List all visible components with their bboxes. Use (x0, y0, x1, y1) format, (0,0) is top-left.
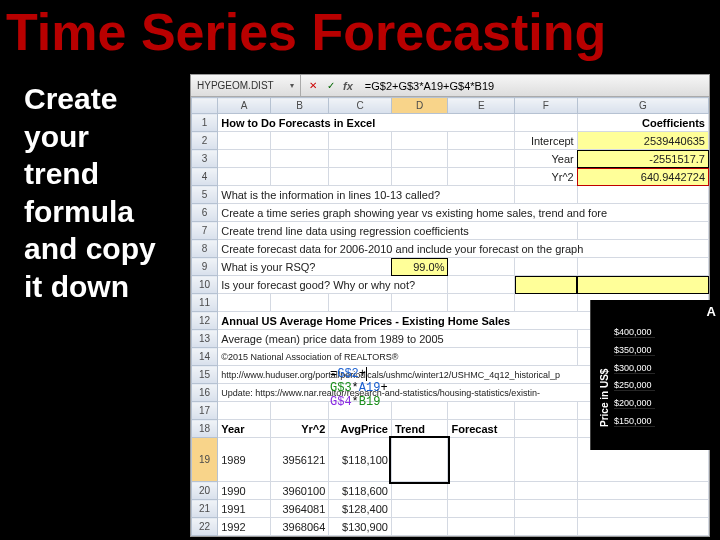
cell[interactable] (448, 402, 515, 420)
cell[interactable]: Trend (391, 420, 448, 438)
cell[interactable]: 1991 (218, 500, 271, 518)
cell[interactable] (448, 438, 515, 482)
table-row[interactable]: 2019903960100$118,600 (192, 482, 709, 500)
cell[interactable]: What is the information in lines 10-13 c… (218, 186, 515, 204)
row-header[interactable]: 16 (192, 384, 218, 402)
cell[interactable] (329, 168, 392, 186)
cell[interactable] (270, 402, 329, 420)
row-header[interactable]: 14 (192, 348, 218, 366)
cell[interactable] (218, 132, 271, 150)
cell[interactable] (577, 518, 708, 536)
cell[interactable] (218, 402, 271, 420)
cell[interactable]: 2539440635 (577, 132, 708, 150)
cell[interactable] (218, 168, 271, 186)
cell[interactable]: 3956121 (270, 438, 329, 482)
cell[interactable] (391, 500, 448, 518)
table-row[interactable]: 10Is your forecast good? Why or why not? (192, 276, 709, 294)
column-headers[interactable]: A B C D E F G (192, 98, 709, 114)
cell[interactable]: Is your forecast good? Why or why not? (218, 276, 448, 294)
cell[interactable]: Forecast (448, 420, 515, 438)
row-header[interactable]: 6 (192, 204, 218, 222)
cell[interactable]: $130,900 (329, 518, 392, 536)
cell[interactable] (448, 132, 515, 150)
cell[interactable] (448, 168, 515, 186)
cancel-icon[interactable]: ✕ (307, 80, 319, 92)
chevron-down-icon[interactable]: ▾ (290, 81, 294, 90)
row-header[interactable]: 19 (192, 438, 218, 482)
row-header[interactable]: 4 (192, 168, 218, 186)
row-header[interactable]: 15 (192, 366, 218, 384)
row-header[interactable]: 21 (192, 500, 218, 518)
cell[interactable]: 1989 (218, 438, 271, 482)
cell[interactable] (329, 132, 392, 150)
enter-icon[interactable]: ✓ (325, 80, 337, 92)
cell[interactable]: 640.9442724 (577, 168, 708, 186)
cell[interactable]: Create forecast data for 2006-2010 and i… (218, 240, 709, 258)
table-row[interactable]: 2119913964081$128,400 (192, 500, 709, 518)
cell[interactable] (515, 482, 578, 500)
cell[interactable] (577, 482, 708, 500)
cell[interactable]: 1990 (218, 482, 271, 500)
cell[interactable] (577, 258, 708, 276)
table-row[interactable]: 7Create trend line data using regression… (192, 222, 709, 240)
fx-icon[interactable]: fx (343, 80, 353, 92)
cell[interactable] (515, 420, 578, 438)
cell[interactable]: Yr^2 (515, 168, 578, 186)
table-row[interactable]: 2Intercept2539440635 (192, 132, 709, 150)
cell[interactable]: Create a time series graph showing year … (218, 204, 709, 222)
cell[interactable] (515, 276, 578, 294)
row-header[interactable]: 2 (192, 132, 218, 150)
cell[interactable] (448, 150, 515, 168)
row-header[interactable]: 11 (192, 294, 218, 312)
cell[interactable]: Create trend line data using regression … (218, 222, 577, 240)
cell[interactable] (515, 258, 578, 276)
cell[interactable] (391, 518, 448, 536)
row-header[interactable]: 20 (192, 482, 218, 500)
cell[interactable]: -2551517.7 (577, 150, 708, 168)
table-row[interactable]: 4Yr^2640.9442724 (192, 168, 709, 186)
row-header[interactable]: 8 (192, 240, 218, 258)
row-header[interactable]: 7 (192, 222, 218, 240)
cell[interactable] (391, 132, 448, 150)
cell[interactable] (270, 168, 329, 186)
cell[interactable] (270, 132, 329, 150)
cell[interactable] (515, 114, 578, 132)
table-row[interactable]: 8Create forecast data for 2006-2010 and … (192, 240, 709, 258)
cell[interactable] (448, 500, 515, 518)
cell[interactable]: $118,100 (329, 438, 392, 482)
cell[interactable] (515, 438, 578, 482)
cell[interactable] (515, 500, 578, 518)
row-header[interactable]: 10 (192, 276, 218, 294)
cell[interactable] (391, 402, 448, 420)
cell[interactable]: How to Do Forecasts in Excel (218, 114, 515, 132)
row-header[interactable]: 5 (192, 186, 218, 204)
cell[interactable]: ©2015 National Association of REALTORS® (218, 348, 577, 366)
cell[interactable] (448, 294, 515, 312)
table-row[interactable]: 9What is your RSQ?99.0% (192, 258, 709, 276)
cell[interactable] (218, 150, 271, 168)
cell[interactable] (448, 276, 515, 294)
name-box[interactable]: HYPGEOM.DIST ▾ (191, 75, 301, 96)
cell[interactable] (577, 276, 708, 294)
cell[interactable] (577, 500, 708, 518)
cell[interactable] (270, 150, 329, 168)
cell[interactable] (329, 294, 392, 312)
cell[interactable] (391, 482, 448, 500)
cell[interactable]: 3964081 (270, 500, 329, 518)
cell[interactable] (391, 150, 448, 168)
row-header[interactable]: 12 (192, 312, 218, 330)
row-header[interactable]: 3 (192, 150, 218, 168)
table-row[interactable]: 3Year-2551517.7 (192, 150, 709, 168)
cell[interactable] (515, 294, 578, 312)
table-row[interactable]: 1How to Do Forecasts in ExcelCoefficient… (192, 114, 709, 132)
row-header[interactable]: 22 (192, 518, 218, 536)
cell[interactable]: $128,400 (329, 500, 392, 518)
cell[interactable] (329, 150, 392, 168)
table-row[interactable]: 5What is the information in lines 10-13 … (192, 186, 709, 204)
cell[interactable] (391, 294, 448, 312)
cell[interactable]: $118,600 (329, 482, 392, 500)
cell[interactable]: 1992 (218, 518, 271, 536)
row-header[interactable]: 13 (192, 330, 218, 348)
cell[interactable] (391, 168, 448, 186)
cell[interactable] (448, 482, 515, 500)
